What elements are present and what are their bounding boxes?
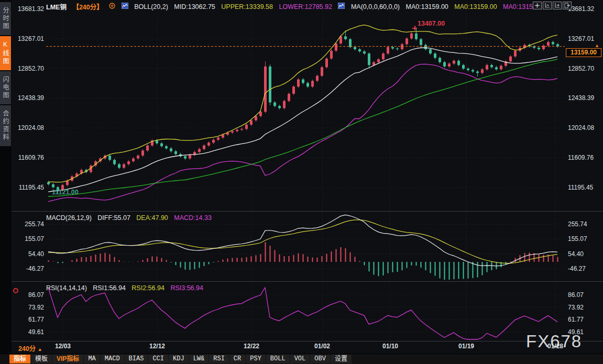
sidebar-tab-timeshare-chart[interactable]: 分时图 [0, 2, 11, 35]
price-axis-label-left: 13267.01 [15, 35, 44, 42]
toolbar-button-BIAS[interactable]: BIAS [125, 355, 148, 363]
price-axis-label-right: 12024.08 [568, 124, 594, 131]
low-price-annotation: 11121.00 [52, 189, 79, 196]
rsi3-value: RSI3:56.94 [170, 284, 203, 292]
ma-label: MA(0,0,0,60,0,0) [351, 3, 400, 10]
rsi-axis-label-right: 73.92 [568, 304, 584, 311]
popout-icon[interactable] [563, 2, 572, 9]
watermark: FX678 [526, 332, 582, 351]
toolbar-button-设置[interactable]: 设置 [331, 355, 352, 363]
toolbar-button-指标[interactable]: 指标 [9, 355, 30, 363]
pane-divider [12, 341, 603, 341]
interval-up-arrow-icon: ▲ [38, 347, 42, 352]
trading-app-window: 分时图 K线图 闪电图 合约资料 LME铜 【240分】 BOLL(20,2) … [0, 0, 603, 364]
toolbar-button-MACD[interactable]: MACD [101, 355, 124, 363]
sidebar-tab-kline-chart[interactable]: K线图 [0, 36, 11, 70]
rsi2-value: RSI2:56.94 [131, 284, 165, 292]
chart-canvas[interactable] [0, 0, 603, 364]
sidebar-tab-contract-info[interactable]: 合约资料 [0, 105, 11, 146]
ma0-yellow-value: MA0:13159.00 [454, 3, 497, 10]
interval-text: 240分 [18, 345, 36, 352]
toolbar-button-KDJ[interactable]: KDJ [169, 355, 189, 363]
price-axis-label-left: 12852.70 [15, 65, 44, 72]
last-price-badge: 13159.00 [566, 48, 601, 57]
macd-axis-label-right: -46.27 [568, 265, 586, 272]
boll-mid-value: MID:13062.75 [174, 3, 215, 10]
date-label: 01/10 [376, 343, 405, 350]
chart-icon [338, 3, 345, 10]
macd-legend: MACD(26,12,9) DIFF:55.07 DEA:47.90 MACD:… [46, 214, 216, 222]
price-axis-label-right: 11609.76 [568, 154, 594, 161]
rsi-axis-label-left: 73.92 [15, 304, 44, 311]
rsi-axis-label-left: 61.77 [15, 316, 44, 323]
toolbar-button-模板[interactable]: 模板 [31, 355, 52, 363]
rsi-axis-label-right: 61.77 [568, 316, 584, 323]
toolbar-button-MA[interactable]: MA [84, 355, 100, 363]
toolbar-button-LW&[interactable]: LW& [189, 355, 209, 363]
macd-axis-label-right: 155.07 [568, 235, 587, 242]
price-axis-label-left: 11609.76 [15, 154, 44, 161]
high-price-annotation: 13407.00 [418, 20, 445, 27]
boll-upper-value: UPPER:13339.58 [221, 3, 273, 10]
toolbar-button-CCI[interactable]: CCI [148, 355, 168, 363]
date-label: 01/19 [452, 343, 481, 350]
macd-axis-label-left: 54.40 [15, 250, 44, 258]
chart-icon [122, 3, 128, 10]
price-axis-label-left: 12438.39 [15, 94, 44, 102]
price-axis-label-right: 13681.32 [568, 5, 594, 13]
interval-label: 【240分】 [72, 4, 103, 11]
sidebar: 分时图 K线图 闪电图 合约资料 [0, 0, 12, 364]
rsi1-value: RSI1:56.94 [93, 284, 126, 292]
rsi-axis-label-left: 49.61 [15, 328, 44, 336]
boll-lower-value: LOWER:12785.92 [279, 3, 332, 10]
date-label: 12/12 [142, 343, 172, 350]
macd-label: MACD(26,12,9) [46, 214, 92, 222]
move-icon[interactable] [533, 2, 542, 9]
ma0-white-value: MA0:13159.00 [406, 3, 448, 10]
price-axis-label-right: 11195.45 [568, 184, 593, 191]
price-up-arrow-icon: ▲ [595, 43, 599, 48]
toolbar-button-OBV[interactable]: OBV [310, 355, 330, 363]
toolbar-button-RSI[interactable]: RSI [209, 355, 229, 363]
high-marker-cross-icon [412, 26, 417, 30]
rsi-axis-label-right: 86.07 [568, 291, 584, 299]
symbol-label: LME铜 [46, 4, 67, 11]
rsi-axis-label-left: 86.07 [15, 291, 44, 299]
toolbar-button-CR[interactable]: CR [229, 355, 245, 363]
macd-axis-label-right: 54.40 [568, 250, 584, 258]
boll-label: BOLL(20,2) [134, 3, 168, 10]
macd-value: MACD:14.33 [174, 214, 212, 222]
sidebar-tab-lightning-chart[interactable]: 闪电图 [0, 71, 11, 104]
chart-window-controls [533, 2, 572, 9]
date-label: 12/22 [237, 343, 266, 350]
toolbar-button-VIP指标[interactable]: VIP指标 [52, 355, 83, 363]
macd-dea-value: DEA:47.90 [136, 214, 168, 222]
axis-zoom-in-icon[interactable] [543, 2, 552, 9]
rsi-label: RSI(14,14,14) [46, 284, 87, 292]
date-label: 01/02 [308, 343, 337, 350]
rsi-legend: RSI(14,14,14) RSI1:56.94 RSI2:56.94 RSI3… [46, 284, 207, 292]
circle-plus-icon[interactable] [109, 3, 115, 10]
price-axis-label-left: 13681.32 [15, 5, 44, 13]
price-axis-label-left: 12024.08 [15, 124, 44, 131]
macd-axis-label-left: -46.27 [15, 265, 44, 272]
toolbar-button-VOL[interactable]: VOL [290, 355, 310, 363]
bottom-interval-label[interactable]: 240分 ▲ [18, 343, 42, 353]
price-axis-label-right: 13267.01 [568, 35, 594, 42]
pane-divider [12, 211, 603, 212]
macd-axis-label-left: 155.07 [15, 235, 44, 242]
date-label: 12/03 [48, 343, 78, 350]
toolbar-button-PSY[interactable]: PSY [246, 355, 266, 363]
macd-axis-label-left: 255.74 [15, 220, 44, 228]
macd-axis-label-right: 255.74 [568, 220, 587, 228]
price-axis-label-right: 12852.70 [568, 65, 594, 72]
price-axis-label-right: 12438.39 [568, 94, 594, 102]
indicator-toolbar: 指标模板VIP指标MAMACDBIASCCIKDJLW&RSICRPSYBOLL… [0, 354, 603, 364]
macd-diff-value: DIFF:55.07 [97, 214, 130, 222]
price-axis-label-left: 11195.45 [15, 184, 44, 191]
main-legend: LME铜 【240分】 BOLL(20,2) MID:13062.75 UPPE… [46, 2, 546, 12]
axis-zoom-out-icon[interactable] [553, 2, 562, 9]
pane-divider [12, 281, 603, 282]
toolbar-button-BOLL[interactable]: BOLL [266, 355, 290, 363]
